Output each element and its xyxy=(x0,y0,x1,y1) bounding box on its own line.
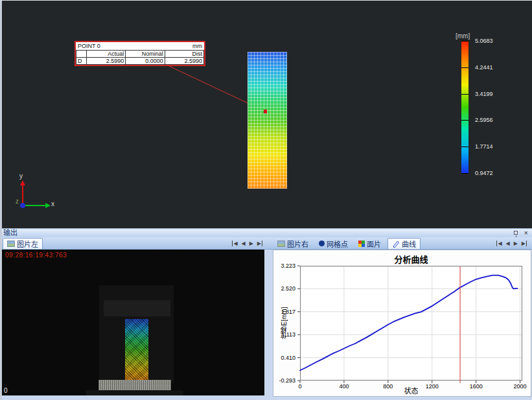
grid-point-icon xyxy=(319,241,325,246)
picture-icon xyxy=(7,241,15,247)
colorbar-tick-label: 0.9472 xyxy=(475,170,493,176)
y-tick-label: 0.410 xyxy=(274,355,295,361)
legend: POINT 0 xyxy=(309,270,355,276)
next-page-icon[interactable]: ▶ xyxy=(249,241,253,246)
tab-strip: 图片左 ◀ ◀ ▶ ▶ 图片右 网格点 面片 xyxy=(0,237,532,250)
3d-viewport[interactable]: POINT 0 mm Actual Nominal Dist D 2.5990 … xyxy=(0,0,532,228)
tab-grid-points-label: 网格点 xyxy=(327,239,348,249)
next-page-icon[interactable]: ▶ xyxy=(514,241,518,246)
y-tick-label: -0.293 xyxy=(274,377,295,384)
output-titlebar: 输出 × xyxy=(0,228,532,237)
upper-grip xyxy=(104,300,170,316)
frame-timestamp: 09:28:16:19:43:763 xyxy=(5,252,67,259)
nominal-value: 0.0000 xyxy=(126,58,165,65)
x-tick-label: 400 xyxy=(339,383,349,390)
colorbar-tick-mark xyxy=(461,120,468,121)
colorbar-tick-mark xyxy=(461,147,468,147)
tab-image-left[interactable]: 图片左 xyxy=(3,238,43,249)
y-tick-label: 1.113 xyxy=(274,331,295,338)
picture-icon xyxy=(277,241,285,247)
z-axis-dot-icon xyxy=(20,203,25,208)
tab-facets[interactable]: 面片 xyxy=(354,238,385,249)
window-edge-top xyxy=(0,0,532,1)
pin-icon[interactable] xyxy=(514,231,518,235)
col-actual: Actual xyxy=(87,51,126,58)
z-axis-label: z xyxy=(16,198,19,205)
y-axis-label: y xyxy=(19,172,23,180)
tab-grid-points[interactable]: 网格点 xyxy=(315,238,352,249)
plot-area[interactable]: POINT 0 xyxy=(300,266,522,381)
y-tick-label: 2.520 xyxy=(274,285,295,292)
colorbar-tick-label: 4.2441 xyxy=(475,64,493,71)
y-axis-arrowhead-icon xyxy=(20,180,25,185)
colorbar-tick-mark xyxy=(461,41,468,41)
table-row: D 2.5990 0.0000 2.5990 xyxy=(76,58,204,65)
x-tick-label: 1600 xyxy=(470,383,483,390)
x-tick-label: 800 xyxy=(383,383,393,390)
legend-label: POINT 0 xyxy=(332,270,355,276)
colorbar: [mm] 5.06834.24413.41992.59561.77140.947… xyxy=(454,32,532,182)
actual-value: 2.5990 xyxy=(87,58,126,65)
last-page-icon[interactable]: ▶ xyxy=(257,241,262,246)
col-nominal: Nominal xyxy=(126,51,165,58)
y-tick-label: 3.223 xyxy=(274,263,295,269)
tab-curve[interactable]: 曲线 xyxy=(387,238,421,249)
last-page-icon[interactable]: ▶ xyxy=(522,241,527,246)
point-marker xyxy=(264,110,267,113)
window-edge-left xyxy=(0,0,2,400)
colorbar-tick-mark xyxy=(461,67,468,68)
application-window: POINT 0 mm Actual Nominal Dist D 2.5990 … xyxy=(0,0,532,400)
output-title: 输出 xyxy=(3,229,17,237)
base-shadow xyxy=(86,390,183,395)
colorbar-tick-mark xyxy=(461,94,468,95)
x-axis-arrowhead-icon xyxy=(45,203,51,208)
row-key: D xyxy=(76,58,87,65)
camera-image-left[interactable]: 09:28:16:19:43:763 0 xyxy=(2,250,264,395)
legend-line-swatch xyxy=(309,272,331,274)
tab-image-left-label: 图片左 xyxy=(17,239,38,249)
output-panel: 输出 × 图片左 ◀ ◀ ▶ ▶ 图片右 xyxy=(0,228,532,400)
prev-page-icon[interactable]: ◀ xyxy=(506,241,510,246)
measurement-table: POINT 0 mm Actual Nominal Dist D 2.5990 … xyxy=(75,41,205,66)
pager-left: ◀ ◀ ▶ ▶ xyxy=(232,241,262,246)
facet-icon xyxy=(358,241,365,247)
curve-chart-panel[interactable]: 分析曲线 位移E[mm] POINT 0 状态 0400800120016002… xyxy=(273,250,531,397)
x-axis-title: 状态 xyxy=(300,385,522,395)
frame-index: 0 xyxy=(4,387,8,394)
unit-label: mm xyxy=(192,43,202,49)
x-tick-label: 1200 xyxy=(426,383,439,390)
point-label: POINT 0 xyxy=(78,43,100,49)
x-axis-label: x xyxy=(51,200,54,207)
y-tick-label: 1.817 xyxy=(274,309,295,315)
col-dist: Dist xyxy=(165,51,203,58)
x-tick-label: 2000 xyxy=(514,383,527,390)
col-blank xyxy=(76,51,87,58)
prev-page-icon[interactable]: ◀ xyxy=(242,241,246,246)
dist-value: 2.5990 xyxy=(165,58,203,65)
colorbar-gradient xyxy=(461,41,468,173)
colorbar-tick-label: 2.5956 xyxy=(475,117,493,123)
tab-curve-label: 曲线 xyxy=(402,239,416,249)
tab-image-right[interactable]: 图片右 xyxy=(273,238,312,249)
camera-specimen xyxy=(125,319,148,380)
x-tick-label: 0 xyxy=(298,383,301,390)
tab-image-right-label: 图片右 xyxy=(287,239,308,249)
chart-title: 分析曲线 xyxy=(300,253,522,265)
pager-right: ◀ ◀ ▶ ▶ xyxy=(496,241,527,246)
specimen-mesh xyxy=(248,52,287,189)
colorbar-tick-label: 3.4199 xyxy=(475,91,493,97)
tab-facets-label: 面片 xyxy=(367,239,381,249)
first-page-icon[interactable]: ◀ xyxy=(496,241,502,246)
x-axis-arrow xyxy=(23,205,45,206)
lower-grip xyxy=(98,380,171,390)
table-header-row: Actual Nominal Dist xyxy=(76,51,204,58)
colorbar-tick-label: 5.0683 xyxy=(475,38,493,44)
first-page-icon[interactable]: ◀ xyxy=(232,241,237,246)
colorbar-tick-label: 1.7714 xyxy=(475,143,493,150)
colorbar-unit-label: [mm] xyxy=(456,32,470,40)
colorbar-tick-mark xyxy=(461,173,468,174)
pen-icon xyxy=(392,240,400,248)
close-icon[interactable]: × xyxy=(524,229,528,237)
